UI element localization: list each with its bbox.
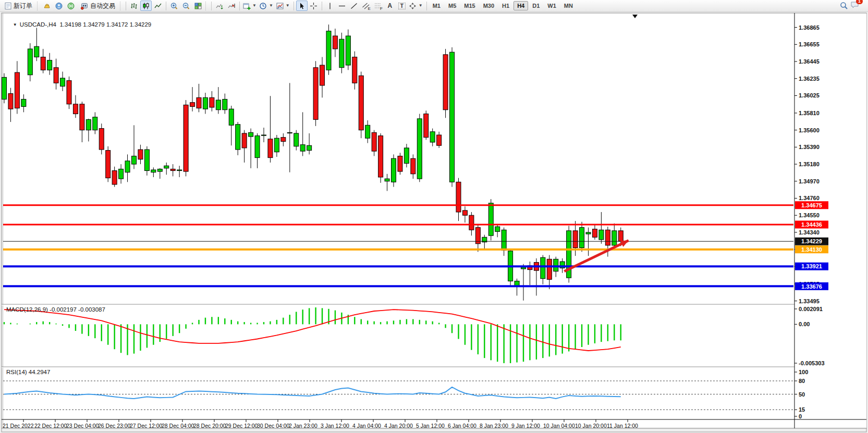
tile-windows-icon — [194, 2, 202, 10]
text-a-label: A — [387, 2, 392, 9]
svg-text:50: 50 — [799, 391, 805, 398]
svg-text:2 Jan 23:00: 2 Jan 23:00 — [289, 423, 317, 429]
svg-text:100: 100 — [799, 369, 808, 375]
timeframe-m5-button[interactable]: M5 — [445, 1, 460, 10]
community-button[interactable] — [53, 1, 65, 11]
svg-text:1.33676: 1.33676 — [801, 283, 822, 290]
toolbar-grip — [120, 2, 123, 10]
toolbar-separator — [322, 2, 322, 10]
templates-button[interactable]: ▼ — [275, 1, 291, 11]
horizontal-line-tool-button[interactable] — [336, 1, 348, 11]
svg-text:1.34229: 1.34229 — [801, 238, 822, 244]
chart-menu-icon[interactable]: ▼ — [13, 22, 17, 27]
timeframe-group: M1M5M15M30H1H4D1W1MN — [429, 1, 577, 10]
cursor-tool-button[interactable] — [296, 1, 308, 11]
svg-text:8 Jan 23:00: 8 Jan 23:00 — [480, 423, 508, 429]
auto-trading-button[interactable]: 自动交易 — [77, 1, 118, 11]
new-order-label: 新订单 — [14, 2, 32, 10]
new-order-button[interactable]: 新订单 — [1, 1, 35, 11]
svg-text:6 Jan 04:00: 6 Jan 04:00 — [448, 423, 476, 429]
toolbar-separator — [166, 2, 166, 10]
text-tool-button[interactable]: A — [384, 1, 396, 11]
svg-text:0.00: 0.00 — [799, 321, 810, 327]
timeframe-mn-button[interactable]: MN — [560, 1, 577, 10]
crosshair-tool-button[interactable] — [308, 1, 320, 11]
timeframe-d1-button[interactable]: D1 — [529, 1, 543, 10]
timeframe-h4-button[interactable]: H4 — [514, 1, 528, 10]
svg-text:1.33495: 1.33495 — [799, 298, 820, 304]
mt4-application: 1.368651.366551.364451.362351.360251.358… — [0, 0, 868, 433]
svg-text:5 Jan 12:00: 5 Jan 12:00 — [416, 423, 445, 429]
svg-text:29 Dec 12:00: 29 Dec 12:00 — [225, 423, 258, 429]
search-icon — [840, 2, 848, 10]
svg-text:28 Dec 04:00: 28 Dec 04:00 — [162, 423, 194, 429]
auto-scroll-button[interactable] — [214, 1, 225, 11]
timeframe-m15-button[interactable]: M15 — [460, 1, 479, 10]
svg-text:1.34550: 1.34550 — [799, 212, 820, 218]
auto-trading-label: 自动交易 — [90, 2, 115, 10]
dropdown-caret-icon: ▼ — [419, 4, 423, 8]
notification-badge: 1 — [856, 0, 863, 4]
arrows-tool-button[interactable]: ▼ — [408, 1, 424, 11]
zoom-in-button[interactable] — [168, 1, 180, 11]
price-axis[interactable]: 1.368651.366551.364451.362351.360251.358… — [794, 13, 866, 428]
timeframe-w1-button[interactable]: W1 — [544, 1, 560, 10]
dropdown-caret-icon: ▼ — [252, 4, 256, 8]
svg-text:4 Jan 04:00: 4 Jan 04:00 — [352, 423, 381, 429]
svg-text:80: 80 — [799, 378, 805, 384]
svg-text:30 Dec 04:00: 30 Dec 04:00 — [257, 423, 290, 429]
svg-text:1.36445: 1.36445 — [799, 58, 820, 65]
crosshair-icon — [310, 2, 318, 10]
timeframe-m1-button[interactable]: M1 — [429, 1, 444, 10]
line-chart-icon — [154, 2, 162, 10]
macd-indicator-label: MACD(12,26,9) -0.002197 -0.003087 — [6, 306, 105, 313]
period-button[interactable]: ▼ — [259, 1, 275, 11]
svg-text:0.002091: 0.002091 — [799, 306, 823, 312]
chart-background — [2, 13, 866, 432]
bar-chart-icon — [130, 2, 138, 10]
fibo-f-label: F — [380, 6, 383, 11]
timeframe-m30-button[interactable]: M30 — [480, 1, 498, 10]
arrows-icon — [409, 2, 417, 10]
tile-windows-button[interactable] — [192, 1, 204, 11]
trendline-icon — [350, 2, 358, 10]
svg-text:22 Dec 12:00: 22 Dec 12:00 — [34, 423, 67, 429]
auto-scroll-icon — [215, 2, 224, 10]
toolbar-grip — [37, 2, 40, 10]
timeframe-h1-button[interactable]: H1 — [498, 1, 513, 10]
trendline-tool-button[interactable] — [348, 1, 360, 11]
equidistant-channel-tool-button[interactable]: E — [360, 1, 372, 11]
fibonacci-tool-button[interactable]: F — [372, 1, 384, 11]
svg-text:1.35810: 1.35810 — [799, 110, 820, 116]
chart-symbol-period: USDCAD-,H4 — [20, 21, 56, 28]
svg-text:10 Jan 20:00: 10 Jan 20:00 — [575, 423, 607, 429]
deposit-button[interactable] — [41, 1, 53, 11]
line-chart-button[interactable] — [152, 1, 164, 11]
zoom-out-button[interactable] — [180, 1, 192, 11]
svg-text:4 Jan 20:00: 4 Jan 20:00 — [384, 423, 413, 429]
svg-text:23 Dec 04:00: 23 Dec 04:00 — [66, 423, 99, 429]
search-button[interactable] — [838, 1, 850, 11]
svg-text:28 Dec 20:00: 28 Dec 20:00 — [193, 423, 226, 429]
new-order-icon — [4, 2, 12, 10]
bar-chart-button[interactable] — [128, 1, 140, 11]
new-chart-button[interactable]: ▼ — [242, 1, 258, 11]
label-tool-button[interactable]: T — [396, 1, 408, 11]
svg-text:9 Jan 12:00: 9 Jan 12:00 — [511, 423, 540, 429]
notifications-button[interactable]: 1 — [850, 1, 860, 11]
vertical-line-tool-button[interactable] — [324, 1, 336, 11]
toolbar-separator — [239, 2, 240, 10]
svg-text:1.35600: 1.35600 — [799, 127, 820, 133]
chart-shift-button[interactable] — [226, 1, 237, 11]
chart-ohlc-values: 1.34198 1.34279 1.34172 1.34229 — [59, 21, 151, 28]
dropdown-caret-icon: ▼ — [269, 4, 273, 8]
auto-trading-icon — [80, 2, 89, 10]
signals-button[interactable] — [65, 1, 77, 11]
candlestick-chart-button[interactable] — [140, 1, 152, 11]
vertical-line-icon — [326, 2, 334, 10]
toolbar-separator — [211, 2, 212, 10]
chart-canvas[interactable]: 1.368651.366551.364451.362351.360251.358… — [0, 0, 868, 433]
clock-icon — [259, 2, 267, 10]
svg-text:1.33921: 1.33921 — [801, 263, 822, 269]
svg-text:1.34970: 1.34970 — [799, 178, 820, 184]
